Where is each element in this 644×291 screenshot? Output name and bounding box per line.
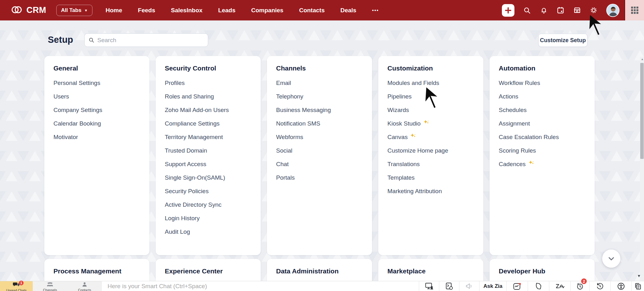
setup-link-actions[interactable]: Actions — [499, 90, 595, 103]
nav-item-leads[interactable]: Leads — [218, 7, 236, 14]
sparkle-icon — [410, 133, 416, 139]
settings-gear-icon[interactable] — [590, 6, 598, 14]
setup-link-telephony[interactable]: Telephony — [276, 90, 372, 103]
setup-link-support-access[interactable]: Support Access — [165, 157, 261, 171]
setup-link-cadences[interactable]: Cadences — [499, 157, 595, 171]
setup-link-translations[interactable]: Translations — [387, 157, 483, 171]
all-tabs-dropdown[interactable]: All Tabs ▼ — [56, 5, 92, 16]
nav-item-salesinbox[interactable]: SalesInbox — [171, 7, 202, 14]
setup-link-users[interactable]: Users — [53, 90, 149, 103]
more-tabs-icon[interactable]: ••• — [372, 8, 379, 13]
setup-link-label: Cadences — [499, 157, 526, 171]
alarm-count-badge: 2 — [580, 278, 587, 285]
setup-link-canvas[interactable]: Canvas — [387, 130, 483, 144]
setup-link-label: Telephony — [276, 90, 303, 103]
setup-link-email[interactable]: Email — [276, 76, 372, 90]
ask-zia-button[interactable]: Ask Zia — [479, 281, 506, 291]
setup-link-customize-home-page[interactable]: Customize Home page — [387, 144, 483, 157]
search-icon[interactable] — [523, 6, 531, 14]
nav-item-companies[interactable]: Companies — [251, 7, 283, 14]
nav-item-home[interactable]: Home — [106, 7, 122, 14]
setup-link-pipelines[interactable]: Pipelines — [387, 90, 483, 103]
setup-link-label: Modules and Fields — [387, 76, 439, 90]
nav-item-feeds[interactable]: Feeds — [138, 7, 155, 14]
annotation-arrow-gear — [592, 19, 599, 35]
setup-link-scoring-rules[interactable]: Scoring Rules — [499, 144, 595, 157]
setup-link-modules-and-fields[interactable]: Modules and Fields — [387, 76, 483, 90]
setup-link-territory-management[interactable]: Territory Management — [165, 130, 261, 144]
setup-link-roles-and-sharing[interactable]: Roles and Sharing — [165, 90, 261, 103]
smart-script-icon[interactable] — [439, 281, 459, 291]
user-avatar[interactable] — [606, 4, 619, 17]
nav-item-deals[interactable]: Deals — [340, 7, 356, 14]
setup-link-motivator[interactable]: Motivator — [53, 130, 149, 144]
setup-link-case-escalation-rules[interactable]: Case Escalation Rules — [499, 130, 595, 144]
setup-link-personal-settings[interactable]: Personal Settings — [53, 76, 149, 90]
reminders-alarm-icon[interactable]: 2 — [570, 281, 589, 291]
setup-link-profiles[interactable]: Profiles — [165, 76, 261, 90]
setup-link-login-history[interactable]: Login History — [165, 211, 261, 225]
pulse-insights-icon[interactable] — [506, 281, 528, 291]
collapse-caret-icon[interactable]: ▼ — [637, 274, 641, 278]
copy-docs-icon[interactable] — [631, 281, 644, 291]
unread-count-badge: 1 — [19, 281, 24, 285]
setup-link-business-messaging[interactable]: Business Messaging — [276, 103, 372, 117]
setup-link-notification-sms[interactable]: Notification SMS — [276, 117, 372, 130]
setup-link-wizards[interactable]: Wizards — [387, 103, 483, 117]
setup-link-calendar-booking[interactable]: Calendar Booking — [53, 117, 149, 130]
announcement-icon[interactable] — [459, 281, 479, 291]
scroll-down-button[interactable] — [602, 249, 620, 268]
zoho-crm-logo[interactable]: CRM — [11, 5, 46, 16]
quick-add-button[interactable] — [502, 4, 514, 17]
card-title: Developer Hub — [499, 267, 595, 275]
channels-tab[interactable]: Channels — [33, 281, 67, 291]
contacts-tab[interactable]: Contacts — [67, 281, 102, 291]
setup-link-company-settings[interactable]: Company Settings — [53, 103, 149, 117]
sparkle-icon — [528, 160, 535, 166]
setup-link-chat[interactable]: Chat — [276, 157, 372, 171]
setup-link-label: Security Policies — [165, 184, 208, 198]
setup-link-templates[interactable]: Templates — [387, 171, 483, 184]
setup-link-schedules[interactable]: Schedules — [499, 103, 595, 117]
setup-link-webforms[interactable]: Webforms — [276, 130, 372, 144]
notifications-bell-icon[interactable] — [540, 6, 548, 14]
people-group-icon — [47, 282, 53, 288]
zia-notes-icon[interactable] — [549, 281, 570, 291]
card-title: General — [53, 64, 149, 72]
setup-link-label: Actions — [499, 90, 518, 103]
setup-link-portals[interactable]: Portals — [276, 171, 372, 184]
calendar-icon[interactable] — [556, 6, 564, 14]
setup-link-audit-log[interactable]: Audit Log — [165, 225, 261, 238]
card-title: Channels — [276, 64, 372, 72]
setup-link-label: Calendar Booking — [53, 117, 101, 130]
chevron-down-icon — [607, 255, 615, 263]
setup-link-label: Audit Log — [165, 225, 190, 238]
setup-link-kiosk-studio[interactable]: Kiosk Studio — [387, 117, 483, 130]
setup-link-label: Zoho Mail Add-on Users — [165, 103, 229, 117]
setup-link-trusted-domain[interactable]: Trusted Domain — [165, 144, 261, 157]
scrollbar-up-arrow[interactable]: ▲ — [641, 58, 644, 61]
history-icon[interactable] — [589, 281, 610, 291]
setup-link-security-policies[interactable]: Security Policies — [165, 184, 261, 198]
nav-item-contacts[interactable]: Contacts — [299, 7, 325, 14]
scrollbar-thumb[interactable] — [640, 63, 644, 159]
setup-link-active-directory-sync[interactable]: Active Directory Sync — [165, 198, 261, 211]
setup-card-automation: AutomationWorkflow RulesActionsSchedules… — [490, 56, 595, 255]
setup-link-compliance-settings[interactable]: Compliance Settings — [165, 117, 261, 130]
customize-setup-button[interactable]: Customize Setup — [538, 34, 587, 47]
smart-chat-input[interactable] — [108, 283, 391, 290]
setup-link-assignment[interactable]: Assignment — [499, 117, 595, 130]
setup-link-zoho-mail-add-on-users[interactable]: Zoho Mail Add-on Users — [165, 103, 261, 117]
unread-chats-tab[interactable]: 1 Unread Chats — [0, 281, 33, 291]
sparkle-icon — [423, 119, 430, 126]
setup-link-social[interactable]: Social — [276, 144, 372, 157]
setup-link-single-sign-on-saml[interactable]: Single Sign-On(SAML) — [165, 171, 261, 184]
tag-icon[interactable] — [528, 281, 549, 291]
accessibility-icon[interactable] — [610, 281, 631, 291]
search-input[interactable] — [97, 37, 204, 44]
setup-link-marketing-attribution[interactable]: Marketing Attribution — [387, 184, 483, 198]
screen-share-icon[interactable] — [419, 281, 439, 291]
apps-grid-icon[interactable] — [624, 0, 644, 20]
setup-link-workflow-rules[interactable]: Workflow Rules — [499, 76, 595, 90]
marketplace-store-icon[interactable] — [573, 6, 581, 14]
